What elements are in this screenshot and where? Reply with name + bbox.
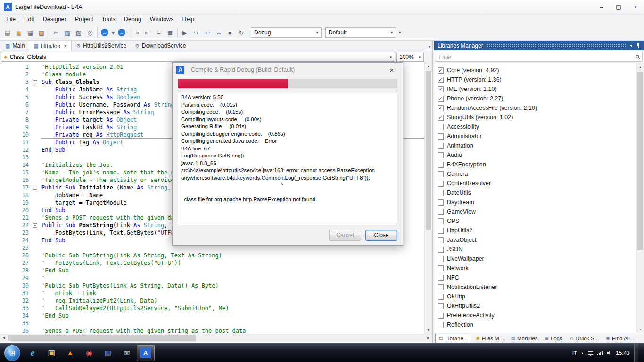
start-button[interactable]: ⊞	[4, 345, 20, 361]
library-checkbox[interactable]: ✓	[438, 96, 444, 102]
library-checkbox[interactable]: ✓	[438, 115, 444, 121]
menu-item-help[interactable]: Help	[178, 14, 198, 25]
menu-item-project[interactable]: Project	[71, 14, 98, 25]
show-desktop-button[interactable]	[634, 344, 638, 362]
scroll-up-icon[interactable]: ▲	[425, 62, 432, 70]
step-over-icon[interactable]: ↩	[202, 27, 213, 38]
app-window-icon[interactable]: ▦	[99, 345, 117, 361]
network-signal-icon[interactable]	[597, 351, 603, 355]
library-checkbox[interactable]	[438, 124, 444, 130]
bottom-tab-folder[interactable]: ▣Files M...	[472, 334, 507, 343]
library-checkbox[interactable]	[438, 143, 444, 149]
paste-icon[interactable]: ▧	[73, 27, 84, 38]
resume-icon[interactable]: ↔	[213, 27, 224, 38]
back-icon[interactable]: ←	[99, 27, 110, 38]
back-dropdown-icon[interactable]: ▾	[110, 27, 116, 38]
window-position-icon[interactable]: ▾	[630, 43, 632, 48]
media-player-icon[interactable]: ◉	[80, 345, 98, 361]
fold-collapse-icon[interactable]: −	[33, 80, 37, 84]
bottom-tab-book[interactable]: ▤Librarie...	[435, 334, 471, 343]
cancel-button[interactable]: Cancel	[329, 230, 361, 241]
b4a-taskbar-icon[interactable]: A	[137, 345, 155, 361]
tab-downloadservice[interactable]: ⚙DownloadService	[131, 41, 190, 51]
library-checkbox[interactable]	[438, 190, 444, 196]
library-checkbox[interactable]	[438, 265, 444, 272]
fold-collapse-icon[interactable]: −	[33, 186, 37, 190]
scrollbar-thumb[interactable]	[637, 72, 643, 250]
bottom-tab-logs[interactable]: ≣Logs	[541, 334, 565, 343]
clock[interactable]: 15:43	[616, 350, 630, 356]
libraries-scrollbar[interactable]: ▲ ▼	[636, 63, 644, 333]
copy-icon[interactable]: ▥	[62, 27, 73, 38]
library-checkbox[interactable]	[438, 303, 444, 309]
open-project-icon[interactable]: ▣	[13, 27, 25, 38]
internet-explorer-icon[interactable]: e	[24, 345, 41, 361]
outdent-icon[interactable]: ⇤	[142, 27, 153, 38]
scroll-left-icon[interactable]: ◀	[0, 336, 8, 340]
bottom-tab-binoculars[interactable]: ◉Find All...	[603, 334, 637, 343]
build-configuration-dropdown[interactable]: Debug ▾	[251, 27, 322, 38]
scroll-right-icon[interactable]: ▶	[425, 336, 432, 340]
zoom-dropdown[interactable]: 100% ▾	[396, 52, 424, 62]
library-checkbox[interactable]	[438, 237, 444, 243]
bottom-tab-modules[interactable]: ▦Modules	[507, 334, 541, 343]
outlook-icon[interactable]: ✉	[118, 345, 136, 361]
scroll-up-icon[interactable]: ▲	[636, 63, 644, 71]
run-configuration-dropdown[interactable]: Default ▾	[325, 27, 396, 38]
library-checkbox[interactable]	[438, 171, 444, 177]
minimize-button[interactable]: –	[593, 0, 610, 14]
dialog-close-icon[interactable]: ×	[385, 66, 399, 74]
hidden-icons-button[interactable]: ▴	[581, 350, 584, 355]
library-checkbox[interactable]	[438, 322, 444, 328]
scroll-down-icon[interactable]: ▼	[636, 325, 644, 333]
menu-item-windows[interactable]: Windows	[146, 14, 178, 25]
tab-httpjob[interactable]: ▦HttpJob×	[29, 41, 72, 51]
scrollbar-thumb[interactable]	[426, 71, 431, 230]
menu-item-edit[interactable]: Edit	[20, 14, 39, 25]
tab-httputils2service[interactable]: ⚙HttpUtils2Service	[72, 41, 131, 51]
close-dialog-button[interactable]: Close	[365, 230, 397, 241]
compile-icon[interactable]: ▥	[36, 27, 47, 38]
tab-main[interactable]: ▦Main	[1, 41, 29, 51]
editor-vertical-scrollbar[interactable]: ▲ ▼	[424, 62, 432, 334]
find-icon[interactable]: ◎	[84, 27, 96, 38]
pin-icon[interactable]	[636, 43, 641, 49]
library-checkbox[interactable]: ✓	[438, 77, 444, 83]
display-icon[interactable]	[588, 351, 593, 355]
comment-icon[interactable]: ≡	[153, 27, 165, 38]
stop-icon[interactable]: ■	[224, 27, 236, 38]
scrollbar-thumb[interactable]	[8, 335, 196, 341]
library-checkbox[interactable]: ✓	[438, 67, 444, 74]
menu-item-debug[interactable]: Debug	[120, 14, 146, 25]
library-checkbox[interactable]	[438, 275, 444, 281]
library-checkbox[interactable]	[438, 294, 444, 300]
library-checkbox[interactable]	[438, 247, 444, 253]
library-checkbox[interactable]: ✓	[438, 105, 444, 111]
library-checkbox[interactable]	[438, 209, 444, 215]
vlc-icon[interactable]: ▲	[61, 345, 79, 361]
windows-explorer-icon[interactable]: ▣	[42, 345, 60, 361]
maximize-button[interactable]: ▢	[610, 0, 627, 14]
library-checkbox[interactable]	[438, 133, 444, 140]
library-checkbox[interactable]	[438, 284, 444, 290]
library-checkbox[interactable]: ✓	[438, 86, 444, 92]
tab-close-icon[interactable]: ×	[64, 43, 67, 49]
language-indicator[interactable]: IT	[572, 350, 577, 356]
library-checkbox[interactable]	[438, 228, 444, 234]
cut-icon[interactable]: ✂	[50, 27, 62, 38]
indent-icon[interactable]: ⇥	[131, 27, 142, 38]
toolbar-overflow-icon[interactable]: ▾	[399, 30, 401, 35]
bottom-tab-search[interactable]: ◎Quick S...	[566, 334, 603, 343]
new-file-icon[interactable]: ▤	[2, 27, 13, 38]
scroll-down-icon[interactable]: ▼	[425, 326, 432, 334]
restart-icon[interactable]: ↻	[236, 27, 247, 38]
volume-icon[interactable]	[607, 351, 611, 355]
library-checkbox[interactable]	[438, 181, 444, 187]
library-checkbox[interactable]	[438, 218, 444, 224]
menu-item-designer[interactable]: Designer	[39, 14, 71, 25]
scrollbar-track[interactable]	[425, 70, 432, 326]
scope-dropdown[interactable]: ◆ Class_Globals ▾	[1, 52, 395, 62]
close-button[interactable]: ×	[627, 0, 644, 14]
library-checkbox[interactable]	[438, 162, 444, 168]
library-checkbox[interactable]	[438, 313, 444, 319]
